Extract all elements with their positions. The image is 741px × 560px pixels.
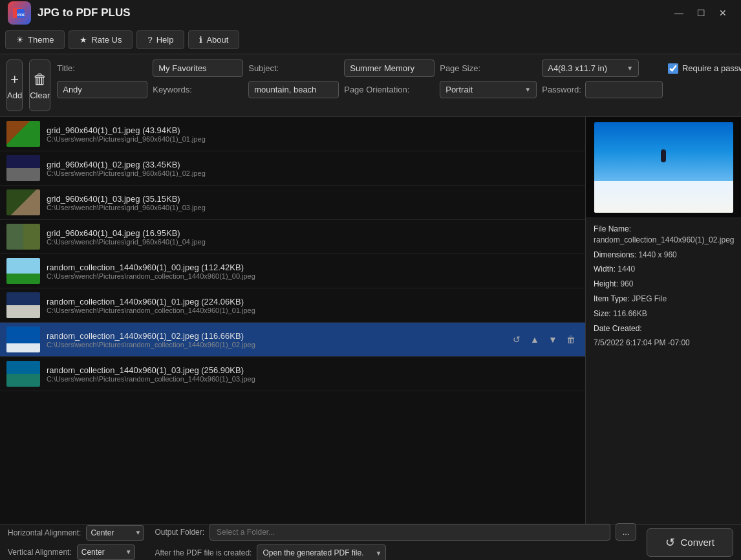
file-name: grid_960x640(1)_02.jpeg (33.45KB): [47, 160, 579, 169]
nav-bar: ☀ Theme ★ Rate Us ? Help ℹ About: [0, 26, 741, 54]
file-name: random_collection_1440x960(1)_01.jpeg (2…: [47, 297, 579, 307]
file-thumbnail: [6, 155, 40, 181]
maximize-button[interactable]: ☐: [691, 4, 711, 22]
horizontal-alignment-select[interactable]: Center Left Right: [87, 526, 134, 540]
vertical-alignment-row: Vertical Alignment: Center Top Bottom ▼: [8, 544, 144, 560]
file-name: random_collection_1440x960(1)_03.jpeg (2…: [47, 365, 579, 375]
alignment-controls: Horizontal Alignment: Center Left Right …: [8, 525, 144, 560]
file-delete-button[interactable]: 🗑: [563, 332, 579, 347]
file-name: grid_960x640(1)_03.jpeg (35.15KB): [47, 194, 579, 204]
author-input[interactable]: [57, 81, 147, 98]
preview-canvas: [594, 122, 733, 213]
file-path: C:\Users\wench\Pictures\random_collectio…: [47, 375, 579, 383]
page-size-chevron-icon: ▼: [627, 65, 638, 72]
detail-filename: File Name: random_collection_1440x960(1)…: [594, 224, 733, 246]
file-refresh-button[interactable]: ↺: [509, 332, 524, 347]
file-move-up-button[interactable]: ▲: [527, 332, 542, 347]
require-password-checkbox[interactable]: [668, 63, 678, 74]
star-icon: ★: [80, 35, 87, 45]
file-move-down-button[interactable]: ▼: [545, 332, 561, 347]
list-item[interactable]: grid_960x640(1)_04.jpeg (16.95KB) C:\Use…: [0, 220, 585, 254]
detail-width: Width: 1440: [594, 264, 733, 275]
add-button[interactable]: + Add: [6, 59, 23, 111]
file-details: File Name: random_collection_1440x960(1)…: [586, 217, 741, 355]
convert-icon: ↺: [665, 535, 675, 550]
vertical-alignment-select[interactable]: Center Top Bottom: [78, 545, 125, 559]
file-info: grid_960x640(1)_01.jpeg (43.94KB) C:\Use…: [47, 125, 579, 143]
file-info: random_collection_1440x960(1)_00.jpeg (1…: [47, 263, 579, 280]
list-item[interactable]: random_collection_1440x960(1)_01.jpeg (2…: [0, 288, 585, 323]
vertical-alignment-label: Vertical Alignment:: [8, 548, 72, 557]
file-info: random_collection_1440x960(1)_01.jpeg (2…: [47, 297, 579, 314]
after-pdf-row: After the PDF file is created: Open the …: [155, 544, 636, 560]
list-item[interactable]: grid_960x640(1)_01.jpeg (43.94KB) C:\Use…: [0, 117, 585, 151]
horizontal-alignment-wrapper: Center Left Right ▼: [86, 525, 144, 541]
vertical-alignment-wrapper: Center Top Bottom ▼: [77, 544, 135, 560]
output-controls: Output Folder: ... After the PDF file is…: [155, 523, 636, 560]
metadata-grid: Title: Subject: Page Size: A4(8.3 x11.7 …: [57, 59, 741, 98]
v-align-chevron-icon: ▼: [125, 548, 134, 555]
file-path: C:\Users\wench\Pictures\random_collectio…: [47, 307, 579, 314]
convert-button[interactable]: ↺ Convert: [647, 528, 733, 557]
horizontal-alignment-row: Horizontal Alignment: Center Left Right …: [8, 525, 144, 541]
browse-button[interactable]: ...: [616, 523, 637, 541]
output-folder-row: Output Folder: ...: [155, 523, 636, 541]
file-name: random_collection_1440x960(1)_00.jpeg (1…: [47, 263, 579, 272]
page-orientation-label: Page Orientation:: [344, 85, 435, 94]
after-pdf-select[interactable]: Open the generated PDF file. Do nothing …: [257, 545, 375, 560]
svg-text:PDF: PDF: [17, 13, 25, 17]
file-name: random_collection_1440x960(1)_02.jpeg (1…: [47, 331, 502, 341]
rate-us-button[interactable]: ★ Rate Us: [69, 30, 133, 49]
password-input[interactable]: [585, 81, 663, 98]
list-item[interactable]: grid_960x640(1)_02.jpeg (33.45KB) C:\Use…: [0, 151, 585, 186]
h-align-chevron-icon: ▼: [134, 529, 144, 536]
file-thumbnail: [6, 258, 40, 284]
file-thumbnail: [6, 121, 40, 147]
file-thumbnail: [6, 361, 40, 387]
file-path: C:\Users\wench\Pictures\random_collectio…: [47, 341, 502, 349]
app-title: JPG to PDF PLUS: [38, 6, 131, 19]
subject-input[interactable]: [344, 59, 435, 77]
keywords-input[interactable]: [248, 81, 339, 98]
file-path: C:\Users\wench\Pictures\grid_960x640(1)_…: [47, 204, 579, 211]
title-bar-left: PDF JPG to PDF PLUS: [8, 1, 131, 25]
help-button[interactable]: ? Help: [136, 30, 184, 49]
rate-label: Rate Us: [91, 35, 122, 45]
add-label: Add: [7, 91, 22, 100]
list-item[interactable]: grid_960x640(1)_03.jpeg (35.15KB) C:\Use…: [0, 186, 585, 220]
page-size-select[interactable]: A4(8.3 x11.7 in) Letter Legal: [542, 60, 627, 76]
trash-icon: 🗑: [33, 71, 47, 88]
plus-icon: +: [10, 71, 19, 88]
file-thumbnail: [6, 292, 40, 318]
page-orientation-select[interactable]: Portrait Landscape: [440, 81, 524, 98]
page-orientation-chevron-icon: ▼: [524, 86, 536, 93]
about-label: About: [206, 35, 228, 45]
output-folder-input[interactable]: [209, 524, 610, 541]
after-pdf-wrapper: Open the generated PDF file. Do nothing …: [257, 544, 386, 560]
theme-button[interactable]: ☀ Theme: [5, 30, 65, 49]
minimize-button[interactable]: —: [669, 4, 689, 22]
list-item[interactable]: random_collection_1440x960(1)_03.jpeg (2…: [0, 357, 585, 391]
title-label: Title:: [57, 63, 147, 73]
about-button[interactable]: ℹ About: [188, 30, 239, 49]
list-item[interactable]: random_collection_1440x960(1)_02.jpeg (1…: [0, 323, 585, 357]
file-name: grid_960x640(1)_01.jpeg (43.94KB): [47, 125, 579, 135]
preview-ground: [594, 181, 733, 213]
keywords-label: Keywords:: [153, 85, 243, 94]
list-item[interactable]: random_collection_1440x960(1)_00.jpeg (1…: [0, 254, 585, 288]
file-thumbnail: [6, 327, 40, 352]
detail-height: Height: 960: [594, 279, 733, 290]
file-path: C:\Users\wench\Pictures\random_collectio…: [47, 272, 579, 280]
password-label: Password:: [542, 85, 581, 94]
file-path: C:\Users\wench\Pictures\grid_960x640(1)_…: [47, 135, 579, 143]
clear-button[interactable]: 🗑 Clear: [29, 59, 50, 111]
after-pdf-chevron-icon: ▼: [376, 550, 386, 557]
output-folder-label: Output Folder:: [155, 528, 204, 537]
preview-panel: File Name: random_collection_1440x960(1)…: [586, 117, 741, 524]
password-group: Password:: [542, 81, 663, 98]
toolbar: + Add 🗑 Clear Title: Subject: Page Size:…: [0, 54, 741, 117]
title-input[interactable]: [153, 59, 243, 77]
convert-label: Convert: [680, 537, 714, 548]
help-label: Help: [156, 35, 174, 45]
close-button[interactable]: ✕: [713, 4, 733, 22]
